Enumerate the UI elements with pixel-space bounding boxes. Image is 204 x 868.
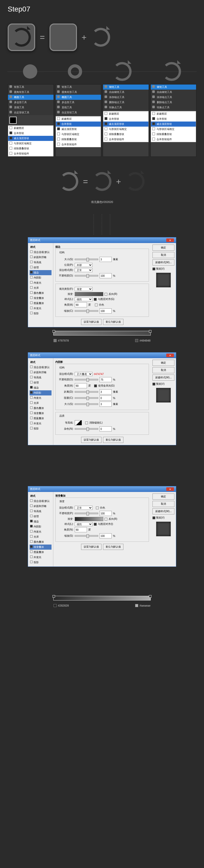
sidebar-item[interactable]: 内阴影 <box>30 390 52 396</box>
reset-default-button[interactable]: 复位为默认值 <box>103 544 124 550</box>
opacity-input[interactable] <box>99 511 112 516</box>
menu-item[interactable]: 新建图层 <box>56 116 101 122</box>
sidebar-item[interactable]: 斜面和浮雕 <box>30 504 52 509</box>
sidebar-item[interactable]: 纹理 <box>30 514 52 519</box>
tool-item[interactable]: 多边形工具 <box>56 100 101 105</box>
sidebar-item[interactable]: 混合选项:默认 <box>30 499 52 504</box>
sidebar-item[interactable]: 混合选项:默认 <box>30 250 52 255</box>
global-light-checkbox[interactable] <box>94 384 97 387</box>
sidebar-item[interactable]: 投影 <box>30 560 52 565</box>
tool-item[interactable]: 自由钢笔工具 <box>103 90 149 95</box>
position-select[interactable]: 外部 <box>75 263 93 267</box>
preview-checkbox[interactable] <box>152 517 155 519</box>
menu-item[interactable]: 合并形状组件 <box>103 137 148 142</box>
reset-default-button[interactable]: 复位为默认值 <box>103 437 124 443</box>
reverse-checkbox[interactable] <box>105 293 107 296</box>
tool-item[interactable]: 多边形工具 <box>8 100 54 105</box>
set-default-button[interactable]: 设置为默认值 <box>81 544 101 550</box>
menu-item[interactable]: 与形状区域相交 <box>103 127 148 132</box>
new-style-button[interactable]: 新建样式(W)... <box>152 508 174 515</box>
angle-input[interactable] <box>75 302 87 307</box>
tool-item[interactable]: 圆角矩形工具 <box>8 90 54 95</box>
ok-button[interactable]: 确定 <box>152 360 174 366</box>
sidebar-item[interactable]: 描边 <box>30 385 52 390</box>
tool-item[interactable]: 自定形状工具 <box>56 110 101 115</box>
sidebar-item[interactable]: 颜色叠加 <box>30 406 52 411</box>
opacity-input[interactable] <box>99 273 112 278</box>
sidebar-item[interactable]: 外发光 <box>30 421 52 426</box>
menu-item[interactable]: 与形状区域相交 <box>56 132 101 137</box>
sidebar-item[interactable]: 内阴影 <box>30 275 52 280</box>
tool-item[interactable]: 直线工具 <box>8 105 54 110</box>
size-input[interactable] <box>99 402 112 407</box>
menu-item[interactable]: 排除重叠形状 <box>56 137 101 142</box>
reverse-checkbox[interactable] <box>105 518 107 521</box>
sidebar-item[interactable]: 投影 <box>30 426 52 431</box>
sidebar-item[interactable]: 等高线 <box>30 375 52 380</box>
preview-checkbox[interactable] <box>152 383 155 385</box>
tool-item[interactable]: 钢笔工具 <box>103 85 149 90</box>
sidebar-item[interactable]: 渐变叠加 <box>30 411 52 416</box>
sidebar-item[interactable]: 纹理 <box>30 265 52 270</box>
menu-item[interactable]: 新建图层 <box>151 111 196 116</box>
sidebar-item[interactable]: 内发光 <box>30 280 52 285</box>
sidebar-item[interactable]: 外发光 <box>30 306 52 311</box>
dither-checkbox[interactable] <box>95 304 98 306</box>
noise-slider[interactable] <box>75 428 98 430</box>
ok-button[interactable]: 确定 <box>152 245 174 251</box>
align-checkbox[interactable] <box>94 523 97 526</box>
distance-input[interactable] <box>99 389 112 395</box>
dither-checkbox[interactable] <box>96 506 99 509</box>
sidebar-item[interactable]: 斜面和浮雕 <box>30 370 52 375</box>
sidebar-item[interactable]: 纹理 <box>30 380 52 385</box>
sidebar-item[interactable]: 内发光 <box>30 529 52 534</box>
cancel-button[interactable]: 取消 <box>152 501 174 507</box>
sidebar-item[interactable]: 图案叠加 <box>30 416 52 421</box>
sidebar-item[interactable]: 图案叠加 <box>30 550 52 555</box>
sidebar-item[interactable]: 描边 <box>30 270 52 275</box>
gradient-picker[interactable] <box>75 292 103 296</box>
opacity-input[interactable] <box>99 377 112 382</box>
menu-item[interactable]: 排除重叠形状 <box>103 132 148 137</box>
opacity-slider[interactable] <box>75 513 98 514</box>
dialog-titlebar[interactable]: 图层样式✕ <box>28 352 176 358</box>
dialog-titlebar[interactable]: 图层样式✕ <box>28 238 176 243</box>
sidebar-item[interactable]: 内发光 <box>30 396 52 401</box>
sidebar-item[interactable]: 描边 <box>30 519 52 524</box>
sidebar-item[interactable]: 渐变叠加 <box>30 545 52 550</box>
tool-item[interactable]: 矩形工具 <box>8 85 54 90</box>
angle-input[interactable] <box>75 527 87 532</box>
menu-item[interactable]: 减去顶层形状 <box>151 122 196 127</box>
tool-item[interactable]: 添加锚点工具 <box>103 95 149 100</box>
menu-item[interactable]: 排除重叠形状 <box>151 132 196 137</box>
sidebar-item[interactable]: 光泽 <box>30 285 52 290</box>
opacity-slider[interactable] <box>75 379 98 380</box>
tool-item[interactable]: 添加锚点工具 <box>151 95 196 100</box>
contour-picker[interactable] <box>75 420 82 425</box>
opacity-slider[interactable] <box>75 275 98 277</box>
menu-item[interactable]: 排除重叠形状 <box>8 146 53 151</box>
sidebar-item[interactable]: 混合选项:默认 <box>30 365 52 370</box>
menu-item[interactable]: 合并形状组件 <box>8 151 53 156</box>
close-icon[interactable]: ✕ <box>166 239 174 242</box>
menu-item[interactable]: 合并形状组件 <box>56 142 101 147</box>
preview-checkbox[interactable] <box>152 268 155 270</box>
menu-item[interactable]: 与形状区域相交 <box>151 127 196 132</box>
reset-default-button[interactable]: 复位为默认值 <box>103 319 124 325</box>
menu-item[interactable]: 与形状区域相交 <box>8 141 53 146</box>
sidebar-item[interactable]: 光泽 <box>30 534 52 539</box>
sidebar-item[interactable]: 等高线 <box>30 509 52 514</box>
sidebar-item[interactable]: 投影 <box>30 311 52 316</box>
spread-input[interactable] <box>99 396 112 401</box>
angle-input[interactable] <box>75 383 87 388</box>
menu-item[interactable]: 减去顶层形状 <box>103 122 148 127</box>
cancel-button[interactable]: 取消 <box>152 252 174 258</box>
menu-item[interactable]: 合并形状 <box>56 122 101 127</box>
menu-item[interactable]: 合并形状 <box>103 116 148 122</box>
style-select[interactable]: 线性 <box>75 522 93 526</box>
size-slider[interactable] <box>75 258 98 260</box>
scale-input[interactable] <box>99 533 112 538</box>
scale-slider[interactable] <box>75 535 98 537</box>
size-slider[interactable] <box>75 403 98 405</box>
cancel-button[interactable]: 取消 <box>152 367 174 373</box>
